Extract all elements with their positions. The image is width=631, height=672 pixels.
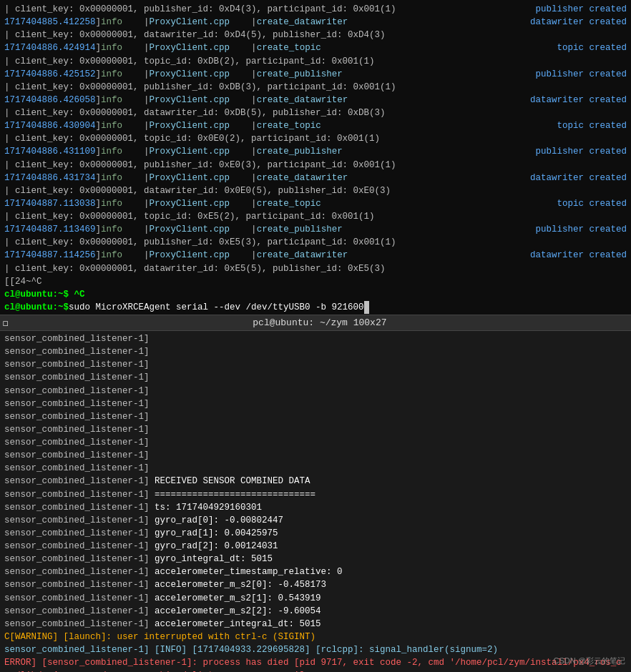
- log-line: | client_key: 0x00000001, datawriter_id:…: [4, 184, 627, 197]
- listener-line: sensor_combined_listener-1]: [4, 345, 627, 358]
- log-line: | client_key: 0x00000001, publisher_id: …: [4, 81, 627, 94]
- log-line: | client_key: 0x00000001, topic_id: 0x0E…: [4, 132, 627, 145]
- log-line: | client_key: 0x00000001, topic_id: 0xDB…: [4, 55, 627, 68]
- ctrl-c-line: [[24~^C: [4, 275, 627, 288]
- log-line: 1717404885.412258] info | ProxyClient.cp…: [4, 16, 627, 29]
- log-line: | client_key: 0x00000001, datawriter_id:…: [4, 262, 627, 275]
- log-line: | client_key: 0x00000001, publisher_id: …: [4, 3, 627, 16]
- log-line: 1717404886.431109] info | ProxyClient.cp…: [4, 145, 627, 158]
- listener-line: sensor_combined_listener-1]: [4, 358, 627, 371]
- listener-line: sensor_combined_listener-1]: [4, 462, 627, 475]
- warning-line: C[WARNING] [launch]: user interrupted wi…: [4, 631, 627, 643]
- listener-line: sensor_combined_listener-1]: [4, 385, 627, 397]
- watermark-text: CSDN @彩云的笔记: [554, 656, 625, 665]
- log-line: | client_key: 0x00000001, topic_id: 0xE5…: [4, 210, 627, 223]
- listener-data-line: sensor_combined_listener-1] gyro_integra…: [4, 553, 627, 565]
- info-line: sensor_combined_listener-1] [INFO] [1717…: [4, 643, 627, 656]
- listener-data-line: sensor_combined_listener-1] acceleromete…: [4, 618, 627, 631]
- tab-bar-icon: ◻: [0, 317, 9, 329]
- terminal-bottom: sensor_combined_listener-1] sensor_combi…: [0, 331, 631, 672]
- log-line: | client_key: 0x00000001, datawriter_id:…: [4, 107, 627, 119]
- tab-bar-title: pcl@ubuntu: ~/zym 100x27: [253, 317, 386, 328]
- log-line: 1717404886.425152] info | ProxyClient.cp…: [4, 68, 627, 81]
- log-line: | client_key: 0x00000001, publisher_id: …: [4, 236, 627, 249]
- listener-line: sensor_combined_listener-1]: [4, 423, 627, 436]
- log-line: 1717404886.430904] info | ProxyClient.cp…: [4, 119, 627, 132]
- listener-data-line: sensor_combined_listener-1] acceleromete…: [4, 605, 627, 618]
- listener-data-line: sensor_combined_listener-1] gyro_rad[2]:…: [4, 540, 627, 553]
- listener-data-line: sensor_combined_listener-1] ============…: [4, 488, 627, 501]
- listener-data-line: sensor_combined_listener-1] acceleromete…: [4, 565, 627, 578]
- log-line: | client_key: 0x00000001, datawriter_id:…: [4, 29, 627, 41]
- log-line: 1717404886.431734] info | ProxyClient.cp…: [4, 172, 627, 184]
- log-line: | client_key: 0x00000001, publisher_id: …: [4, 159, 627, 172]
- cmd-line: cl@ubuntu:~$ ^C: [4, 288, 627, 301]
- log-line: 1717404887.113469] info | ProxyClient.cp…: [4, 223, 627, 236]
- listener-line: sensor_combined_listener-1]: [4, 332, 627, 345]
- watermark: CSDN @彩云的笔记: [554, 656, 625, 666]
- listener-data-line: sensor_combined_listener-1] acceleromete…: [4, 578, 627, 591]
- listener-data-line: sensor_combined_listener-1] RECEIVED SEN…: [4, 475, 627, 488]
- listener-line: sensor_combined_listener-1]: [4, 410, 627, 423]
- listener-data-line: sensor_combined_listener-1] acceleromete…: [4, 592, 627, 605]
- listener-line: sensor_combined_listener-1]: [4, 397, 627, 410]
- cmd-line: cl@ubuntu:~$ sudo MicroXRCEAgent serial …: [4, 301, 627, 314]
- tab-bar: ◻ pcl@ubuntu: ~/zym 100x27: [0, 315, 631, 331]
- log-line: 1717404886.426058] info | ProxyClient.cp…: [4, 94, 627, 107]
- log-line: 1717404887.113038] info | ProxyClient.cp…: [4, 197, 627, 210]
- listener-line: sensor_combined_listener-1]: [4, 371, 627, 384]
- listener-line: sensor_combined_listener-1]: [4, 449, 627, 462]
- listener-line: sensor_combined_listener-1]: [4, 436, 627, 449]
- error-line: ERROR] [sensor_combined_listener-1]: pro…: [4, 656, 627, 672]
- listener-data-line: sensor_combined_listener-1] gyro_rad[0]:…: [4, 514, 627, 527]
- log-line: 1717404887.114256] info | ProxyClient.cp…: [4, 249, 627, 262]
- listener-data-line: sensor_combined_listener-1] gyro_rad[1]:…: [4, 527, 627, 540]
- terminal-top: | client_key: 0x00000001, publisher_id: …: [0, 0, 631, 315]
- listener-data-line: sensor_combined_listener-1] ts: 17174049…: [4, 501, 627, 514]
- log-line: 1717404886.424914] info | ProxyClient.cp…: [4, 41, 627, 54]
